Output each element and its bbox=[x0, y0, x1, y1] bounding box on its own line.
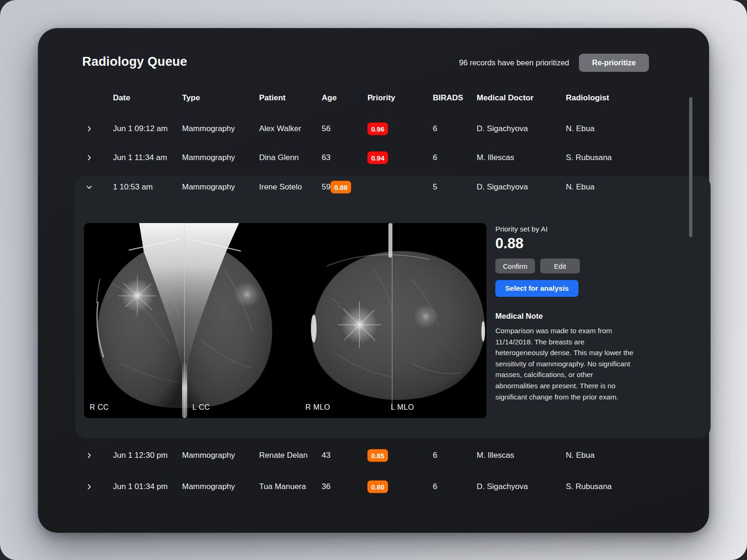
chevron-down-icon[interactable] bbox=[85, 183, 93, 191]
cell-birads: 6 bbox=[433, 153, 437, 162]
priority-badge: 0.85 bbox=[367, 449, 388, 462]
medical-note-text: Comparison was made to exam from 11/14/2… bbox=[495, 325, 636, 402]
table-row[interactable]: Jun 1 09:12 am Mammography Alex Walker 5… bbox=[38, 119, 709, 139]
cell-radiologist: S. Rubusana bbox=[566, 153, 612, 162]
edit-button[interactable]: Edit bbox=[540, 259, 580, 273]
confirm-button[interactable]: Confirm bbox=[495, 259, 535, 273]
view-label: R CC bbox=[90, 403, 109, 412]
cell-type: Mammography bbox=[182, 451, 235, 460]
cell-date: Jun 1 01:34 pm bbox=[113, 482, 168, 491]
view-label: L MLO bbox=[391, 403, 414, 412]
cell-radiologist: N. Ebua bbox=[566, 451, 594, 460]
cell-birads: 6 bbox=[433, 124, 437, 133]
expanded-record-panel: 1 10:53 am Mammography Irene Sotelo 59 0… bbox=[75, 175, 711, 438]
ai-priority-score: 0.88 bbox=[495, 235, 523, 252]
cell-birads: 6 bbox=[433, 451, 437, 460]
chevron-right-icon[interactable] bbox=[85, 154, 93, 161]
cell-type: Mammography bbox=[182, 124, 235, 133]
cell-radiologist: N. Ebua bbox=[566, 182, 594, 192]
cell-doctor: D. Sigachyova bbox=[477, 182, 528, 192]
header-type: Type bbox=[182, 93, 200, 103]
table-row[interactable]: Jun 1 11:34 am Mammography Dina Glenn 63… bbox=[38, 147, 709, 168]
cell-type: Mammography bbox=[182, 482, 235, 491]
table-row[interactable]: Jun 1 12:30 pm Mammography Renate Delan … bbox=[38, 445, 709, 466]
cell-doctor: M. Illescas bbox=[477, 153, 514, 162]
priority-badge: 0.96 bbox=[367, 123, 388, 135]
header-radiologist: Radiologist bbox=[566, 93, 609, 103]
header-patient: Patient bbox=[259, 93, 286, 103]
header-date: Date bbox=[113, 93, 130, 103]
cell-patient: Renate Delan bbox=[259, 451, 308, 460]
cell-date: Jun 1 11:34 am bbox=[113, 153, 167, 162]
cell-radiologist: S. Rubusana bbox=[566, 482, 612, 491]
header-age: Age bbox=[322, 93, 337, 103]
priority-badge: 0.88 bbox=[331, 181, 351, 194]
ai-priority-label: Priority set by AI bbox=[495, 225, 548, 233]
cell-patient: Irene Sotelo bbox=[259, 182, 302, 192]
cell-age: 59 bbox=[322, 182, 331, 192]
cell-type: Mammography bbox=[182, 153, 235, 162]
cell-date: Jun 1 12:30 pm bbox=[113, 451, 168, 460]
records-status: 96 records have been prioritized bbox=[459, 58, 569, 67]
cell-date: Jun 1 09:12 am bbox=[113, 124, 168, 133]
page-title: Radiology Queue bbox=[82, 55, 187, 69]
priority-badge: 0.80 bbox=[367, 481, 388, 493]
header-birads: BIRADS bbox=[433, 93, 463, 103]
cell-age: 36 bbox=[322, 482, 331, 491]
cell-patient: Tua Manuera bbox=[259, 482, 306, 491]
desktop-background: Radiology Queue 96 records have been pri… bbox=[0, 0, 747, 560]
cell-age: 43 bbox=[322, 451, 331, 460]
cell-age: 63 bbox=[322, 153, 331, 162]
select-for-analysis-button[interactable]: Select for analysis bbox=[495, 280, 578, 297]
view-label: L CC bbox=[192, 403, 210, 412]
cell-patient: Alex Walker bbox=[259, 124, 301, 133]
cell-age: 56 bbox=[322, 124, 331, 133]
medical-note-title: Medical Note bbox=[495, 312, 543, 321]
table-header: Date Type Patient Age Priority↓ BIRADS M… bbox=[38, 88, 709, 108]
mammogram-image: R CC L CC R MLO L MLO bbox=[84, 223, 486, 418]
cell-doctor: D. Sigachyova bbox=[477, 482, 528, 491]
view-label: R MLO bbox=[305, 403, 330, 412]
priority-badge: 0.94 bbox=[367, 152, 388, 164]
cell-doctor: M. Illescas bbox=[477, 451, 514, 460]
cell-date: 1 10:53 am bbox=[113, 182, 153, 192]
cell-birads: 6 bbox=[433, 482, 437, 491]
chevron-right-icon[interactable] bbox=[85, 452, 93, 459]
chevron-right-icon[interactable] bbox=[85, 483, 93, 490]
cell-patient: Dina Glenn bbox=[259, 153, 299, 162]
chevron-right-icon[interactable] bbox=[85, 125, 93, 133]
cell-radiologist: N. Ebua bbox=[566, 124, 594, 133]
scrollbar-thumb[interactable] bbox=[689, 97, 692, 237]
cell-type: Mammography bbox=[182, 182, 235, 192]
cell-doctor: D. Sigachyova bbox=[477, 124, 528, 133]
table-row[interactable]: Jun 1 01:34 pm Mammography Tua Manuera 3… bbox=[38, 476, 709, 497]
table-row-expanded[interactable]: 1 10:53 am Mammography Irene Sotelo 59 0… bbox=[38, 177, 674, 197]
app-window: Radiology Queue 96 records have been pri… bbox=[38, 28, 709, 533]
cell-birads: 5 bbox=[433, 182, 437, 192]
header-doctor: Medical Doctor bbox=[477, 93, 534, 103]
sort-descending-icon: ↓ bbox=[370, 93, 374, 103]
reprioritize-button[interactable]: Re-prioritize bbox=[579, 54, 649, 72]
